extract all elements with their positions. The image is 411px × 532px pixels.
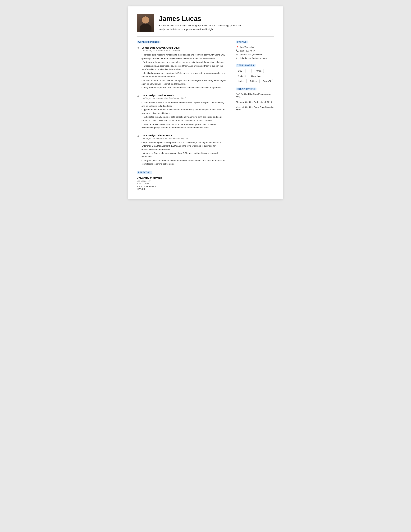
profile-phone: 📞 (555) 123-4567 bbox=[236, 49, 274, 52]
cert-item: SAS Certified Big Data Professional, 201… bbox=[236, 93, 274, 99]
job-circle-2 bbox=[137, 95, 139, 97]
job-bullets-3: • Supported data governance processes an… bbox=[142, 141, 228, 166]
profile-linkedin: in linkedin.com/in/james-lucas bbox=[236, 57, 274, 59]
school-location: Las Vegas, NV bbox=[137, 180, 228, 182]
cert-item: Cloudera Certified Professional, 2018 bbox=[236, 101, 274, 104]
tech-tag: Snowflake bbox=[249, 74, 263, 78]
resume-container: James Lucas Experienced Data Analyst see… bbox=[128, 6, 283, 199]
candidate-tagline: Experienced Data Analyst seeking a posit… bbox=[159, 24, 249, 31]
tech-tag: Looker bbox=[236, 79, 247, 83]
job-content-2: Data Analyst, Market Watch Las Vegas, NV… bbox=[142, 94, 228, 130]
job-title-3: Data Analyst, Finder Maps bbox=[142, 134, 228, 137]
job-meta-1: Las Vegas, NV • January 2017 — Present bbox=[142, 49, 228, 52]
school-degree: B.S. in Mathematics bbox=[137, 185, 228, 188]
profile-email: ✉ james.lucas@mail.com bbox=[236, 53, 274, 56]
linkedin-icon: in bbox=[236, 57, 239, 59]
tech-tag: Redshift bbox=[236, 74, 248, 78]
header-divider bbox=[137, 36, 274, 37]
education-section: EDUCATION University of Nevada Las Vegas… bbox=[137, 171, 228, 190]
main-column: WORK EXPERIENCE Senior Data Analyst, Goo… bbox=[137, 40, 228, 190]
work-experience-label: WORK EXPERIENCE bbox=[137, 40, 160, 43]
certifications-list: SAS Certified Big Data Professional, 201… bbox=[236, 93, 274, 112]
job-bullets-1: • Provided data reporting functions to t… bbox=[142, 53, 228, 89]
tech-tag: Tableau bbox=[248, 79, 260, 83]
profile-label: PROFILE bbox=[236, 40, 248, 43]
location-icon: 📍 bbox=[236, 46, 239, 48]
job-entry-1: Senior Data Analyst, Good Buys Las Vegas… bbox=[137, 46, 228, 90]
job-title-1: Senior Data Analyst, Good Buys bbox=[142, 46, 228, 49]
certifications-label: CERTIFICATIONS bbox=[236, 87, 256, 90]
tech-grid: SQLRPythonRedshiftSnowflakeLookerTableau… bbox=[236, 69, 274, 83]
school-gpa: GPA: 3.6 bbox=[137, 188, 228, 190]
tech-tag: SQL bbox=[236, 69, 244, 73]
technologies-section: TECHNOLOGIES SQLRPythonRedshiftSnowflake… bbox=[236, 64, 274, 83]
body-layout: WORK EXPERIENCE Senior Data Analyst, Goo… bbox=[137, 40, 274, 190]
school-years: 2010 — 2014 bbox=[137, 182, 228, 185]
tech-tag: PowerBI bbox=[261, 79, 273, 83]
job-content-3: Data Analyst, Finder Maps Las Vegas, NV … bbox=[142, 134, 228, 166]
job-content-1: Senior Data Analyst, Good Buys Las Vegas… bbox=[142, 46, 228, 90]
job-circle-3 bbox=[137, 135, 139, 137]
job-bullets-2: • Used analytics tools such as Tableau a… bbox=[142, 101, 228, 130]
school-name: University of Nevada bbox=[137, 177, 228, 180]
tech-tag: R bbox=[246, 69, 251, 73]
job-circle-1 bbox=[137, 47, 139, 49]
profile-location: 📍 Las Vegas, NV bbox=[236, 46, 274, 48]
work-experience-section: WORK EXPERIENCE Senior Data Analyst, Goo… bbox=[137, 40, 228, 166]
education-label: EDUCATION bbox=[137, 171, 152, 174]
side-column: PROFILE 📍 Las Vegas, NV 📞 (555) 123-4567… bbox=[236, 40, 274, 190]
cert-item: Microsoft Certified Azure Data Scientist… bbox=[236, 106, 274, 112]
phone-icon: 📞 bbox=[236, 49, 239, 52]
job-title-2: Data Analyst, Market Watch bbox=[142, 94, 228, 97]
avatar bbox=[137, 14, 154, 32]
tech-tag: Python bbox=[253, 69, 264, 73]
job-meta-2: Las Vegas, NV • January 2015 — January 2… bbox=[142, 97, 228, 99]
candidate-name: James Lucas bbox=[159, 15, 274, 22]
header-text: James Lucas Experienced Data Analyst see… bbox=[159, 15, 274, 31]
job-meta-3: Las Vegas, NV • November 2014 — Jaunuary… bbox=[142, 137, 228, 140]
job-entry-2: Data Analyst, Market Watch Las Vegas, NV… bbox=[137, 94, 228, 130]
certifications-section: CERTIFICATIONS SAS Certified Big Data Pr… bbox=[236, 87, 274, 112]
job-entry-3: Data Analyst, Finder Maps Las Vegas, NV … bbox=[137, 134, 228, 166]
technologies-label: TECHNOLOGIES bbox=[236, 64, 256, 66]
profile-section: PROFILE 📍 Las Vegas, NV 📞 (555) 123-4567… bbox=[236, 40, 274, 59]
email-icon: ✉ bbox=[236, 53, 239, 56]
header: James Lucas Experienced Data Analyst see… bbox=[137, 14, 274, 32]
